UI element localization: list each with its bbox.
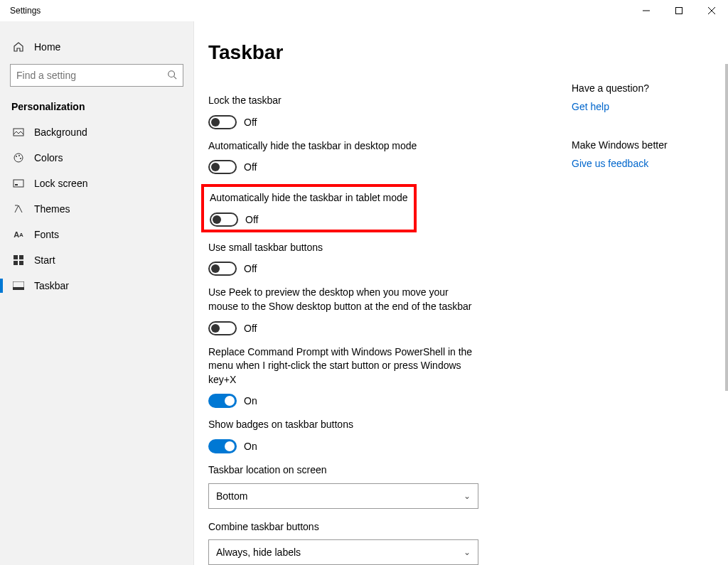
location-dropdown[interactable]: Bottom ⌄ <box>208 483 478 509</box>
minimize-button[interactable] <box>630 0 663 21</box>
setting-peek: Use Peek to preview the desktop when you… <box>208 286 478 335</box>
svg-point-10 <box>20 158 21 159</box>
sidebar: Home Personalization Background Colors L… <box>0 21 194 565</box>
setting-badges: Show badges on taskbar buttons On <box>208 418 478 453</box>
svg-rect-14 <box>19 255 23 259</box>
fonts-icon: AA <box>13 229 24 240</box>
setting-lock: Lock the taskbar Off <box>208 94 478 129</box>
close-button[interactable] <box>695 0 728 21</box>
right-column: Have a question? Get help Make Windows b… <box>572 82 707 196</box>
combine-value: Always, hide labels <box>216 547 301 558</box>
nav-home-label: Home <box>34 41 60 53</box>
svg-rect-13 <box>14 255 18 259</box>
scrollbar-thumb[interactable] <box>725 64 728 391</box>
svg-rect-1 <box>676 8 682 14</box>
search-box[interactable] <box>10 64 183 87</box>
toggle-state: On <box>244 441 257 452</box>
toggle-state: On <box>244 395 257 407</box>
svg-point-9 <box>18 155 20 156</box>
toggle-state: Off <box>244 323 257 334</box>
svg-line-5 <box>174 76 177 79</box>
chevron-down-icon: ⌄ <box>464 547 471 557</box>
setting-label: Replace Command Prompt with Windows Powe… <box>208 345 478 387</box>
setting-powershell: Replace Command Prompt with Windows Powe… <box>208 345 478 409</box>
nav-fonts[interactable]: AA Fonts <box>0 222 193 247</box>
title-bar: Settings <box>0 0 728 21</box>
setting-label: Use Peek to preview the desktop when you… <box>208 286 478 313</box>
section-title: Personalization <box>0 97 193 119</box>
question-header: Have a question? <box>572 82 707 94</box>
svg-point-8 <box>16 156 17 157</box>
maximize-button[interactable] <box>663 0 695 21</box>
nav-item-label: Themes <box>34 203 70 215</box>
window-title: Settings <box>10 6 41 16</box>
toggle-state: Off <box>244 117 257 128</box>
toggle-peek[interactable] <box>208 321 237 335</box>
get-help-link[interactable]: Get help <box>572 101 707 112</box>
home-icon <box>13 41 24 53</box>
nav-colors[interactable]: Colors <box>0 145 193 171</box>
toggle-lock[interactable] <box>208 115 237 129</box>
setting-label: Show badges on taskbar buttons <box>208 418 478 432</box>
chevron-down-icon: ⌄ <box>464 491 471 501</box>
combine-dropdown[interactable]: Always, hide labels ⌄ <box>208 539 478 565</box>
setting-small-buttons: Use small taskbar buttons Off <box>208 241 478 276</box>
svg-rect-11 <box>14 180 23 187</box>
svg-point-4 <box>168 70 175 77</box>
picture-icon <box>13 127 24 138</box>
setting-hide-desktop: Automatically hide the taskbar in deskto… <box>208 139 478 175</box>
palette-icon <box>13 152 24 163</box>
toggle-hide-desktop[interactable] <box>208 160 237 174</box>
svg-rect-6 <box>14 129 23 136</box>
toggle-powershell[interactable] <box>208 394 237 408</box>
location-label: Taskbar location on screen <box>208 463 728 478</box>
main-panel: Taskbar Lock the taskbar Off Automatical… <box>194 21 728 565</box>
nav-background[interactable]: Background <box>0 119 193 145</box>
setting-label: Lock the taskbar <box>208 94 478 108</box>
search-input[interactable] <box>16 70 167 81</box>
nav-item-label: Lock screen <box>34 178 87 189</box>
lockscreen-icon <box>13 178 24 189</box>
location-value: Bottom <box>216 490 247 502</box>
svg-rect-16 <box>19 261 23 265</box>
nav-themes[interactable]: Themes <box>0 196 193 222</box>
toggle-state: Off <box>244 263 257 274</box>
highlighted-setting: Automatically hide the taskbar in tablet… <box>201 184 417 232</box>
setting-label: Use small taskbar buttons <box>208 241 478 255</box>
nav-home[interactable]: Home <box>0 34 193 60</box>
window-controls <box>630 0 728 21</box>
toggle-badges[interactable] <box>208 439 237 453</box>
setting-hide-tablet: Automatically hide the taskbar in tablet… <box>210 191 408 227</box>
setting-label: Automatically hide the taskbar in tablet… <box>210 191 408 205</box>
combine-label: Combine taskbar buttons <box>208 520 728 534</box>
toggle-small-buttons[interactable] <box>208 262 237 276</box>
svg-rect-18 <box>13 287 24 290</box>
feedback-header: Make Windows better <box>572 139 707 151</box>
toggle-state: Off <box>244 161 257 173</box>
svg-rect-12 <box>15 184 18 185</box>
nav-item-label: Background <box>34 127 87 138</box>
svg-rect-15 <box>14 261 18 265</box>
toggle-state: Off <box>245 214 258 225</box>
nav-item-label: Start <box>34 254 55 266</box>
nav-item-label: Fonts <box>34 229 59 240</box>
page-heading: Taskbar <box>208 41 728 64</box>
start-icon <box>13 254 24 266</box>
nav-taskbar[interactable]: Taskbar <box>0 273 193 298</box>
nav-item-label: Taskbar <box>34 280 69 291</box>
toggle-hide-tablet[interactable] <box>210 212 238 227</box>
svg-point-7 <box>14 154 23 162</box>
feedback-link[interactable]: Give us feedback <box>572 158 707 169</box>
nav-lockscreen[interactable]: Lock screen <box>0 171 193 196</box>
search-icon <box>167 70 177 82</box>
taskbar-icon <box>13 280 24 291</box>
nav-start[interactable]: Start <box>0 247 193 273</box>
setting-label: Automatically hide the taskbar in deskto… <box>208 139 478 154</box>
nav-item-label: Colors <box>34 152 63 163</box>
scrollbar[interactable] <box>721 21 728 565</box>
themes-icon <box>13 203 24 215</box>
